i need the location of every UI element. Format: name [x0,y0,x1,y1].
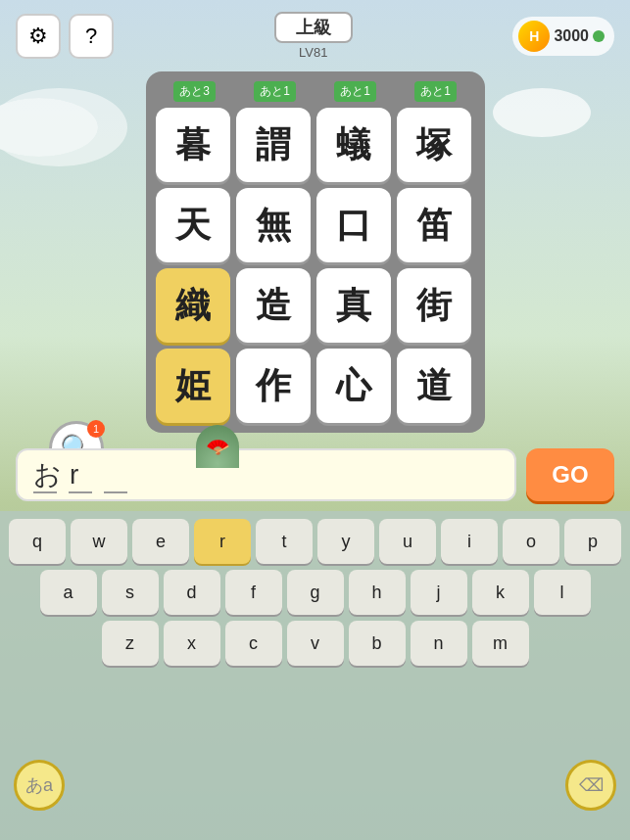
hint-badge-count: 1 [87,420,105,438]
kb-key-f[interactable]: f [225,570,282,615]
kb-row-2: zxcvbnm [6,621,624,666]
kb-key-a[interactable]: a [40,570,97,615]
kanji-cell-7[interactable]: 笛 [397,188,471,262]
kb-key-p[interactable]: p [564,519,621,564]
kanji-cell-15[interactable]: 道 [397,349,471,423]
kanji-cell-2[interactable]: 蟻 [316,108,391,182]
kb-key-l[interactable]: l [534,570,591,615]
kb-key-q[interactable]: q [9,519,66,564]
hint-row: あと3 あと1 あと1 あと1 [156,81,475,102]
kb-key-w[interactable]: w [71,519,127,564]
hint-badge-1: あと3 [173,81,216,102]
level-sub: LV81 [299,45,327,60]
kanji-cell-5[interactable]: 無 [236,188,311,262]
kb-key-r[interactable]: r [194,519,251,564]
help-button[interactable]: ? [69,14,114,59]
kb-key-d[interactable]: d [164,570,220,615]
kb-key-x[interactable]: x [164,621,220,666]
kb-key-b[interactable]: b [349,621,406,666]
kanji-cell-9[interactable]: 造 [236,268,311,343]
hint-badge-4: あと1 [414,81,457,102]
hint-col3: あと1 [318,81,393,102]
kanji-cell-11[interactable]: 街 [397,268,471,343]
underline-3 [104,491,127,493]
coins-area: H 3000 [512,17,614,56]
hint-badge-2: あと1 [254,81,296,102]
kb-key-n[interactable]: n [411,621,467,666]
kb-key-e[interactable]: e [132,519,189,564]
kanji-cell-6[interactable]: 口 [316,188,391,262]
answer-char-2: r [70,459,78,490]
fan-decoration: 🪭 [196,425,239,468]
hint-badge-3: あと1 [334,81,376,102]
hint-col4: あと1 [399,81,473,102]
kb-key-u[interactable]: u [379,519,436,564]
kanji-cell-3[interactable]: 塚 [397,108,471,182]
kb-row-1: asdfghjkl [6,570,624,615]
coin-count: 3000 [554,27,589,45]
kb-key-i[interactable]: i [441,519,498,564]
hint-col2: あと1 [238,81,313,102]
hint-col1: あと3 [158,81,232,102]
answer-underlines [33,491,127,493]
grid-container: あと3 あと1 あと1 あと1 暮謂蟻塚天無口笛織造真街姫作心道 [146,71,485,433]
kanji-cell-13[interactable]: 作 [236,349,311,423]
green-dot [593,30,605,42]
level-text: 上級 [274,12,353,43]
kanji-cell-1[interactable]: 謂 [236,108,311,182]
kb-key-y[interactable]: y [317,519,374,564]
kb-key-z[interactable]: z [102,621,159,666]
kb-key-t[interactable]: t [256,519,313,564]
kanji-cell-4[interactable]: 天 [156,188,230,262]
kb-key-o[interactable]: o [503,519,559,564]
kb-row-0: qwertyuiop [6,519,624,564]
kb-key-c[interactable]: c [225,621,282,666]
kanji-grid: 暮謂蟻塚天無口笛織造真街姫作心道 [156,108,475,423]
kb-key-j[interactable]: j [411,570,467,615]
kb-key-m[interactable]: m [472,621,529,666]
kanji-cell-14[interactable]: 心 [316,349,391,423]
coin-icon: H [518,21,550,52]
kanji-cell-0[interactable]: 暮 [156,108,230,182]
keyboard-area: あa ⌫ qwertyuiopasdfghjklzxcvbnm [0,511,630,840]
input-area: お r 🪭 GO [0,439,630,511]
kanji-cell-10[interactable]: 真 [316,268,391,343]
kanji-cell-12[interactable]: 姫 [156,349,230,423]
answer-char-1: お [33,456,62,493]
level-badge: 上級 LV81 [274,12,353,60]
kanji-cell-8[interactable]: 織 [156,268,230,343]
underline-2 [69,491,92,493]
kb-key-k[interactable]: k [472,570,529,615]
go-button[interactable]: GO [526,448,614,501]
kb-key-g[interactable]: g [287,570,344,615]
kb-key-s[interactable]: s [102,570,159,615]
lantern-right: ⌫ [565,760,616,811]
answer-input[interactable]: お r [16,448,516,501]
main-content: ⚙ ? 上級 LV81 H 3000 あと3 あと1 あと1 あと1 [0,0,630,840]
settings-button[interactable]: ⚙ [16,14,61,59]
kb-key-h[interactable]: h [349,570,406,615]
lantern-left: あa [14,760,65,811]
header: ⚙ ? 上級 LV81 H 3000 [0,0,630,68]
underline-1 [33,491,57,493]
kb-key-v[interactable]: v [287,621,344,666]
header-left: ⚙ ? [16,14,114,59]
